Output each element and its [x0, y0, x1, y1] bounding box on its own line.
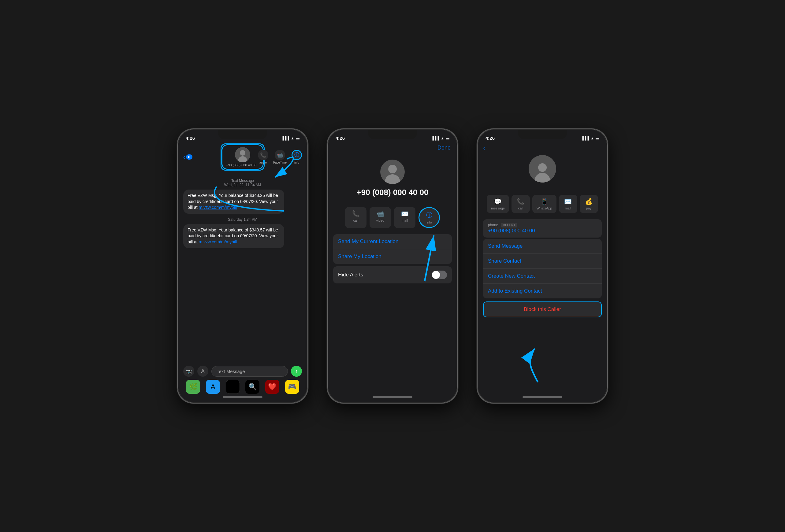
- findmy-app[interactable]: 🔍: [245, 380, 259, 394]
- signal-icon-2: ▐▐▐: [431, 136, 439, 140]
- recent-badge: RECENT: [501, 223, 517, 228]
- call-btn-3[interactable]: 📞 call: [511, 195, 530, 213]
- avatar-large-2: [380, 160, 405, 184]
- back-arrow-3[interactable]: ‹: [483, 144, 485, 153]
- share-contact-item[interactable]: Share Contact: [483, 254, 602, 269]
- phone-info-row: phone RECENT +90 (008) 000 40 00: [483, 219, 602, 238]
- mail-btn-2[interactable]: ✉️ mail: [394, 207, 415, 228]
- audio-icon-circle: 📞: [258, 150, 268, 160]
- whatsapp-label-3: WhatsApp: [537, 206, 552, 210]
- add-existing-item[interactable]: Add to Existing Contact: [483, 284, 602, 298]
- call-label-3: call: [518, 206, 524, 210]
- messages-nav: ‹ 6: [178, 142, 307, 174]
- mail-btn-3[interactable]: ✉️ mail: [559, 195, 577, 213]
- notch-3: [518, 130, 567, 139]
- facetime-icon-circle: 📹: [275, 150, 285, 160]
- time-1: 4:26: [186, 135, 195, 141]
- done-button[interactable]: Done: [437, 144, 451, 151]
- send-message-item[interactable]: Send Message: [483, 239, 602, 254]
- info-icon-circle: ⓘ: [292, 150, 302, 160]
- toggle-thumb: [432, 271, 440, 279]
- video-btn-2[interactable]: 📹 video: [370, 207, 391, 228]
- wifi-icon-2: ▲: [440, 136, 444, 140]
- audio-action[interactable]: 📞 audio: [258, 150, 268, 164]
- text-message-input[interactable]: Text Message: [211, 366, 288, 377]
- phone-number-3[interactable]: +90 (008) 000 40 00: [488, 228, 597, 234]
- message-icon-3: 💬: [494, 198, 502, 205]
- game-app[interactable]: 🎮: [285, 380, 299, 394]
- phone-1: 4:26 ▐▐▐ ▲ ▬ ‹ 6: [177, 128, 308, 404]
- contact-hero-2: +90 (008) 000 40 00: [328, 154, 457, 202]
- phone-icon: 📞: [260, 152, 266, 158]
- share-location-item[interactable]: Share My Location: [333, 249, 452, 264]
- photos-app[interactable]: 🌿: [186, 380, 200, 394]
- info-icon: ⓘ: [294, 152, 299, 158]
- avatar-circle-small: [235, 147, 250, 162]
- date-text-2: Saturday 1:34 PM: [228, 217, 257, 222]
- signal-icon-3: ▐▐▐: [581, 136, 589, 140]
- phones-container: 4:26 ▐▐▐ ▲ ▬ ‹ 6: [177, 128, 608, 404]
- facetime-label: FaceTime: [273, 161, 287, 164]
- notch-1: [218, 130, 267, 139]
- info-btn-2[interactable]: ⓘ info: [419, 207, 440, 228]
- time-3: 4:26: [485, 135, 495, 141]
- battery-icon-3: ▬: [596, 136, 599, 140]
- avatar-large-3: [529, 155, 556, 183]
- appstore-app[interactable]: A: [206, 380, 220, 394]
- contact-info-screen: Done +90 (008) 000 40 00: [328, 142, 457, 402]
- home-indicator-2: [373, 396, 412, 398]
- facetime-action[interactable]: 📹 FaceTime: [273, 150, 287, 164]
- whatsapp-icon: 📱: [540, 198, 548, 205]
- messages-area: Text MessageWed, Jul 22, 11:34 AM Free V…: [178, 174, 307, 255]
- battery-icon-2: ▬: [446, 136, 449, 140]
- appstore-button[interactable]: A: [197, 366, 208, 377]
- pay-btn-3[interactable]: 💰 pay: [580, 195, 598, 213]
- hide-alerts-toggle[interactable]: [432, 271, 447, 279]
- info-action[interactable]: ⓘ info: [292, 150, 302, 164]
- camera-button[interactable]: 📷: [183, 366, 194, 377]
- action-buttons-row-2: 📞 call 📹 video ✉️ mail: [328, 202, 457, 233]
- info-icon-2: ⓘ: [426, 211, 432, 219]
- call-icon-3: 📞: [517, 198, 524, 205]
- location-options: Send My Current Location Share My Locati…: [333, 234, 452, 264]
- message-label-3: message: [491, 206, 505, 210]
- block-section: Block this Caller: [483, 301, 602, 317]
- nav-actions: 📞 audio 📹 FaceTime: [258, 150, 302, 164]
- call-icon-2: 📞: [352, 210, 360, 217]
- hide-alerts-label: Hide Alerts: [338, 272, 363, 278]
- message-link-1[interactable]: m.vzw.com/m/mybill: [199, 205, 237, 210]
- call-btn-2[interactable]: 📞 call: [345, 207, 366, 228]
- notch-2: [368, 130, 417, 139]
- avatar-head-1: [240, 150, 245, 156]
- mail-icon-3: ✉️: [564, 198, 572, 205]
- mail-label-3: mail: [565, 206, 571, 210]
- app-dock: 🌿 A 🔍 ❤️ 🎮: [183, 380, 302, 394]
- video-icon: 📹: [277, 152, 283, 158]
- back-button[interactable]: ‹ 6: [183, 154, 193, 161]
- message-btn-3[interactable]: 💬 message: [487, 195, 509, 213]
- contact-phone-nav: +90 (008) 000 40 00...: [226, 163, 259, 167]
- whatsapp-btn-3[interactable]: 📱 WhatsApp: [532, 195, 556, 213]
- mail-label-2: mail: [402, 219, 408, 222]
- applepay-app[interactable]: [226, 380, 240, 394]
- phone-label-3: phone RECENT: [488, 223, 597, 227]
- video-label-2: video: [376, 219, 384, 222]
- send-location-item[interactable]: Send My Current Location: [333, 234, 452, 249]
- avatar-container-3: [478, 155, 607, 186]
- hearts-app[interactable]: ❤️: [265, 380, 279, 394]
- message-link-2[interactable]: m.vzw.com/m/mybill: [199, 239, 237, 244]
- phone-text: phone: [488, 223, 498, 227]
- detail-nav: ‹: [478, 142, 607, 155]
- phone-2: 4:26 ▐▐▐ ▲ ▬ Done: [327, 128, 458, 404]
- back-badge: 6: [186, 154, 193, 160]
- info-label: info: [294, 161, 299, 164]
- call-label-2: call: [353, 219, 358, 222]
- signal-icon: ▐▐▐: [281, 136, 289, 140]
- block-caller-button[interactable]: Block this Caller: [483, 301, 602, 317]
- create-contact-item[interactable]: Create New Contact: [483, 269, 602, 284]
- send-button[interactable]: ↑: [291, 366, 302, 377]
- input-row-1: 📷 A Text Message ↑: [183, 366, 302, 377]
- contact-avatar-nav[interactable]: +90 (008) 000 40 00...: [222, 144, 264, 170]
- wifi-icon-3: ▲: [590, 136, 594, 140]
- contact-number-2: +90 (008) 000 40 00: [357, 188, 429, 197]
